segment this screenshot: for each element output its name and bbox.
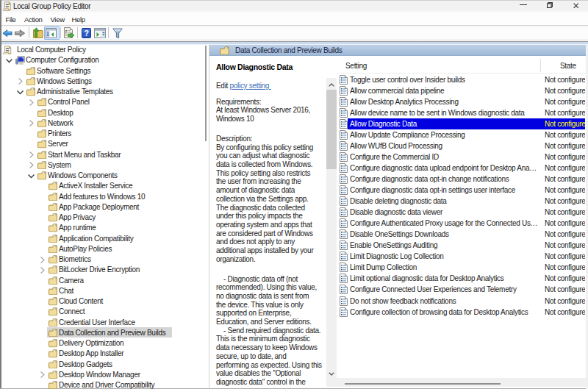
svg-text:?: ? (84, 29, 88, 38)
